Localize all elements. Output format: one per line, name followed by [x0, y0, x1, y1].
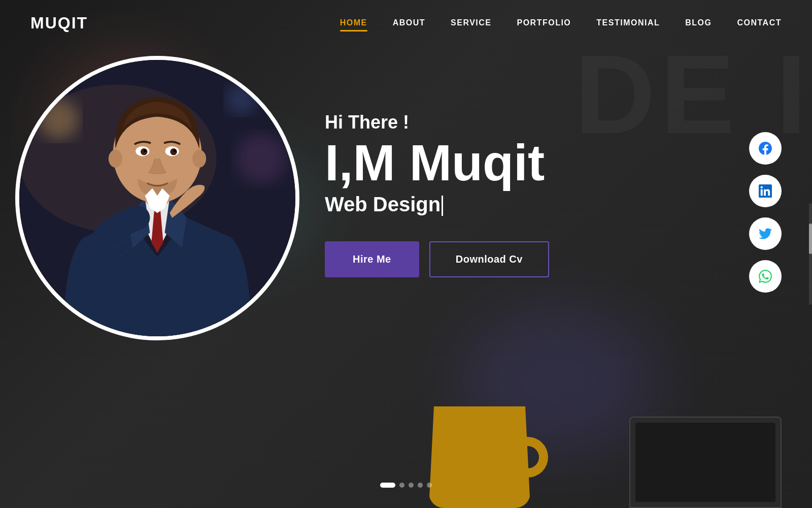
download-cv-button[interactable]: Download Cv — [429, 241, 549, 277]
nav-link-service[interactable]: SERVICE — [451, 18, 491, 27]
slider-dot-5[interactable] — [427, 483, 432, 488]
role-text: Web Design — [325, 193, 549, 216]
profile-section — [15, 56, 299, 340]
nav-item-testimonial[interactable]: TESTIMONIAL — [596, 18, 660, 27]
coffee-cup — [429, 386, 540, 508]
slider-dots — [380, 483, 432, 488]
twitter-icon[interactable] — [749, 217, 782, 250]
name-heading: I,M Muqit — [325, 137, 549, 188]
slider-dot-2[interactable] — [399, 483, 404, 488]
svg-point-11 — [141, 148, 148, 155]
nav-link-testimonial[interactable]: TESTIMONIAL — [596, 18, 660, 27]
nav-item-blog[interactable]: BLOG — [685, 18, 712, 27]
nav-item-service[interactable]: SERVICE — [451, 18, 491, 27]
role-label: Web Design — [325, 193, 441, 215]
nav-link-about[interactable]: ABOUT — [393, 18, 425, 27]
laptop-screen — [635, 423, 775, 502]
vertical-scrollbar[interactable] — [809, 203, 812, 305]
slider-dot-1[interactable] — [380, 483, 395, 488]
cup-handle — [523, 437, 548, 478]
whatsapp-icon[interactable] — [749, 260, 782, 293]
nav-item-contact[interactable]: CONTACT — [737, 18, 782, 27]
nav-item-home[interactable]: HOME — [340, 18, 367, 27]
greeting-text: Hi There ! — [325, 112, 549, 133]
svg-point-15 — [155, 270, 160, 275]
social-icons-container — [749, 132, 782, 293]
nav-link-home[interactable]: HOME — [340, 18, 367, 27]
cta-buttons: Hire Me Download Cv — [325, 241, 549, 277]
svg-point-14 — [174, 149, 176, 152]
logo[interactable]: MUQIT — [30, 14, 88, 33]
profile-circle — [15, 56, 299, 340]
svg-point-2 — [226, 85, 256, 114]
laptop-decoration — [629, 417, 782, 508]
scrollbar-thumb[interactable] — [809, 224, 812, 254]
profile-image — [19, 60, 295, 336]
slider-dot-4[interactable] — [418, 483, 423, 488]
svg-point-7 — [109, 150, 122, 168]
nav-item-portfolio[interactable]: PORTFOLIO — [517, 18, 571, 27]
svg-point-16 — [155, 284, 160, 290]
svg-point-3 — [236, 134, 285, 183]
linkedin-icon[interactable] — [749, 175, 782, 207]
nav-links: HOME ABOUT SERVICE PORTFOLIO TESTIMONIAL… — [340, 18, 782, 27]
nav-link-blog[interactable]: BLOG — [685, 18, 712, 27]
cup-body — [429, 406, 530, 508]
svg-point-13 — [144, 149, 146, 152]
nav-link-portfolio[interactable]: PORTFOLIO — [517, 18, 571, 27]
nav-link-contact[interactable]: CONTACT — [737, 18, 782, 27]
svg-point-8 — [192, 150, 206, 168]
hero-content: Hi There ! I,M Muqit Web Design Hire Me … — [325, 112, 549, 277]
facebook-icon[interactable] — [749, 132, 782, 165]
hire-me-button[interactable]: Hire Me — [325, 241, 419, 277]
svg-point-12 — [170, 148, 177, 155]
cursor-blink — [442, 196, 443, 216]
nav-item-about[interactable]: ABOUT — [393, 18, 425, 27]
navbar: MUQIT HOME ABOUT SERVICE PORTFOLIO TESTI… — [0, 0, 812, 46]
slider-dot-3[interactable] — [409, 483, 414, 488]
